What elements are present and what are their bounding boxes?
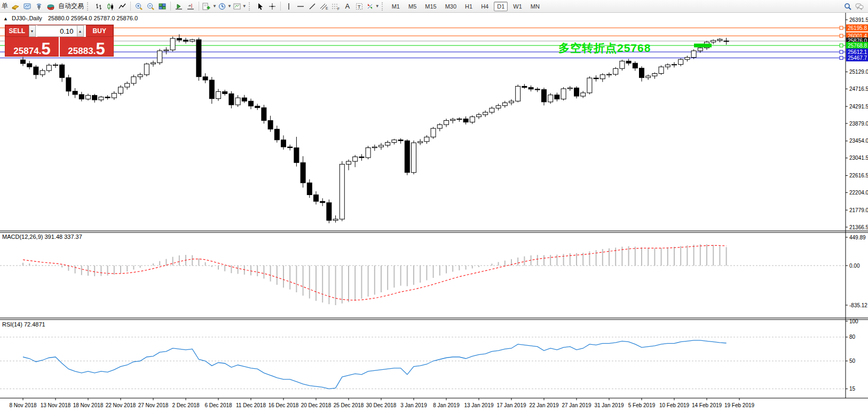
svg-text:26391.5: 26391.5 [849,17,868,23]
autotrading-label[interactable]: 自动交易 [58,2,84,11]
zoom-out-icon[interactable] [145,1,156,12]
svg-text:22204.0: 22204.0 [849,190,868,196]
cursor-icon[interactable] [255,1,266,12]
candles-layer [21,34,729,223]
vertical-line-tool-icon[interactable] [283,1,294,12]
candle-body [112,94,116,98]
autotrading-icon[interactable] [45,1,56,12]
volume-input[interactable]: 0.10 [37,25,77,37]
candle-body [223,91,227,94]
timeframe-MN[interactable]: MN [527,2,543,11]
svg-text:20 Dec 2018: 20 Dec 2018 [301,402,332,408]
candle-body [262,108,266,121]
period-icon[interactable]: ▼ [218,1,232,12]
new-order-label-partial[interactable]: 单 [2,2,8,11]
collapse-arrow-icon[interactable]: ▲ [3,16,8,21]
candle-body [281,140,286,147]
candle-body [607,74,612,75]
timeframe-M30[interactable]: M30 [442,2,460,11]
svg-text:25612.1: 25612.1 [848,49,867,55]
candle-body [412,143,416,173]
bars-chart-icon[interactable] [93,1,104,12]
candle-body [516,86,520,101]
chart-autoscroll-icon[interactable] [173,1,184,12]
svg-text:23879.0: 23879.0 [849,121,868,127]
candle-body [307,183,312,195]
sell-button[interactable]: SELL [5,25,29,37]
horizontal-line-tool-icon[interactable] [295,1,306,12]
svg-text:23041.5: 23041.5 [849,155,868,161]
crosshair-icon[interactable] [267,1,278,12]
text-tool-icon[interactable]: A [342,1,353,12]
timeframe-H1[interactable]: H1 [462,2,476,11]
channel-tool-icon[interactable]: E [319,1,329,12]
level-handle [840,44,843,47]
candle-body [437,125,442,128]
chart-canvas[interactable]: 26391.525129.024716.524291.523879.023454… [0,13,868,412]
svg-text:3 Jan 2019: 3 Jan 2019 [400,402,427,408]
timeframe-D1[interactable]: D1 [494,2,508,11]
candle-body [151,63,156,64]
candle-body [366,147,370,158]
svg-text:15: 15 [849,386,856,392]
candle-body [60,65,65,77]
candle-body [294,147,299,162]
candle-body [678,59,683,64]
candle-body [424,137,429,141]
candle-body [633,63,637,68]
candle-body [717,39,722,40]
candle-body [92,95,97,99]
candle-body [66,77,71,91]
volume-increase-button[interactable]: ▲ [77,25,84,37]
candles-chart-icon[interactable] [105,1,116,12]
template-icon[interactable]: ▼ [233,1,247,12]
chevron-down-icon: ▼ [227,4,232,9]
svg-text:80: 80 [849,334,856,340]
candle-body [119,87,123,94]
candle-body [463,119,468,122]
svg-text:449.89: 449.89 [849,235,866,240]
candle-body [86,95,91,99]
candle-body [483,112,488,115]
svg-text:16 Dec 2018: 16 Dec 2018 [269,402,299,408]
rsi-label: RSI(14) 72.4871 [2,321,45,328]
candle-body [353,157,358,161]
timeframe-W1[interactable]: W1 [510,2,525,11]
volume-decrease-button[interactable]: ▼ [29,25,36,37]
svg-text:27 Nov 2018: 27 Nov 2018 [138,402,169,408]
tile-windows-icon[interactable] [157,1,168,12]
trendline-tool-icon[interactable] [307,1,318,12]
candle-body [405,141,409,172]
buy-price-button[interactable]: 25883 . 5 [60,37,113,57]
candle-body [600,75,605,79]
sell-price-button[interactable]: 25874 . 5 [5,37,60,57]
search-icon[interactable] [842,1,853,12]
timeframe-M5[interactable]: M5 [405,2,420,11]
text-label-tool-icon[interactable]: T [354,1,365,12]
svg-text:2 Dec 2018: 2 Dec 2018 [172,402,200,408]
zoom-in-icon[interactable] [133,1,144,12]
svg-text:22 Nov 2018: 22 Nov 2018 [106,402,136,408]
new-order-icon[interactable] [10,1,21,12]
svg-text:17 Jan 2019: 17 Jan 2019 [496,402,526,408]
candle-body [398,140,403,141]
terminal-icon[interactable] [22,1,33,12]
arrows-tool-icon[interactable]: ▼ [366,1,380,12]
timeframe-M15[interactable]: M15 [422,2,439,11]
candle-body [444,121,449,125]
line-chart-icon[interactable] [117,1,128,12]
time-axis[interactable]: 8 Nov 201813 Nov 201818 Nov 201822 Nov 2… [9,398,754,408]
add-indicator-icon[interactable]: ▼ [202,1,217,12]
candle-body [567,88,572,89]
signal-icon[interactable] [34,1,44,12]
svg-text:18 Nov 2018: 18 Nov 2018 [73,402,104,408]
svg-text:25 Dec 2018: 25 Dec 2018 [334,402,364,408]
timeframe-M1[interactable]: M1 [389,2,403,11]
buy-button[interactable]: BUY [86,25,113,37]
chat-icon[interactable] [854,1,865,12]
chart-shift-icon[interactable] [185,1,196,12]
timeframe-H4[interactable]: H4 [478,2,492,11]
candle-body [613,68,618,74]
fibonacci-tool-icon[interactable]: F [330,1,341,12]
svg-text:26195.8: 26195.8 [848,25,867,31]
